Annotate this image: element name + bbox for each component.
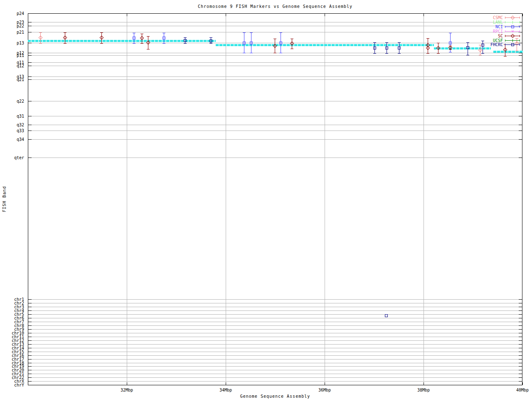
axis-tick-label: chrY: [0, 383, 24, 387]
legend-sample-cap: [505, 26, 505, 28]
gridline-y: [28, 318, 522, 318]
axis-tick: [519, 337, 522, 337]
error-bar-cap: [133, 43, 135, 44]
axis-tick: [28, 307, 32, 307]
legend-sample-cap: [520, 44, 520, 46]
axis-tick: [519, 13, 522, 14]
error-bar-cap: [140, 43, 143, 44]
axis-tick: [28, 158, 32, 158]
axis-tick: [519, 314, 522, 315]
axis-tick-label: p24: [0, 11, 24, 16]
axis-tick: [226, 382, 226, 385]
legend-label-RPCI: RPCI: [453, 29, 503, 34]
data-point-FHCRC: [184, 39, 187, 42]
legend-sample-cap: [505, 17, 505, 19]
axis-tick-label: q34: [0, 137, 24, 142]
gridline-y: [28, 381, 522, 382]
error-bar-cap: [39, 32, 42, 33]
axis-tick-label: 34Mbp: [211, 388, 240, 392]
gridline-y: [28, 344, 522, 345]
error-bar-cap: [515, 51, 518, 51]
axis-tick: [519, 377, 522, 378]
axis-tick: [424, 382, 424, 385]
error-bar-cap: [279, 53, 282, 53]
axis-tick-label: qter: [0, 155, 24, 160]
axis-tick: [519, 366, 522, 367]
error-bar-cap: [250, 53, 253, 53]
data-point-FHCRC: [373, 47, 376, 49]
legend-sample-cap: [520, 21, 520, 23]
axis-tick: [28, 314, 32, 315]
error-bar-cap: [243, 53, 246, 53]
axis-tick: [28, 337, 32, 337]
axis-tick: [28, 325, 32, 326]
axis-tick: [519, 66, 522, 66]
error-bar-cap: [279, 32, 282, 33]
axis-tick: [519, 385, 522, 385]
axis-tick: [28, 340, 32, 341]
axis-tick: [519, 158, 522, 158]
axis-tick: [28, 66, 32, 66]
gridline-y: [28, 363, 522, 363]
gridline-x: [127, 14, 127, 385]
axis-tick: [28, 26, 32, 26]
error-bar-cap: [479, 55, 482, 55]
error-bar-cap: [64, 32, 66, 33]
error-bar-cap: [273, 39, 276, 39]
axis-tick: [28, 310, 32, 311]
legend-sample-cap: [520, 30, 520, 32]
error-bar-cap: [437, 43, 440, 43]
error-bar-cap: [39, 43, 42, 44]
data-point-NCI: [243, 42, 246, 44]
error-bar-cap: [426, 53, 429, 54]
legend-sample-cap: [505, 39, 505, 42]
axis-tick: [519, 355, 522, 356]
axis-tick: [519, 318, 522, 318]
assembly-line-segment: [216, 44, 434, 46]
error-bar-cap: [209, 43, 212, 44]
axis-tick: [28, 299, 32, 300]
gridline-y: [28, 139, 522, 140]
error-bar-cap: [147, 36, 150, 37]
error-bar-cap: [243, 32, 246, 33]
axis-tick: [519, 307, 522, 307]
gridline-y: [28, 158, 522, 158]
axis-tick: [28, 344, 32, 345]
axis-tick: [28, 366, 32, 367]
gridline-y: [28, 370, 522, 370]
gridline-y: [28, 337, 522, 337]
error-bar-cap: [426, 38, 429, 39]
axis-tick: [519, 310, 522, 311]
gridline-y: [28, 116, 522, 116]
axis-tick: [424, 14, 424, 16]
legend-sample-cap: [505, 35, 505, 37]
gridline-y: [28, 355, 522, 356]
axis-tick-label: p13: [0, 41, 24, 45]
legend-label-FHCRC: FHCRC: [453, 42, 503, 47]
gridline-y: [28, 79, 522, 80]
axis-tick: [519, 299, 522, 300]
error-bar-cap: [273, 53, 276, 53]
error-bar-cap: [184, 37, 187, 38]
legend-sample-cap: [505, 30, 505, 32]
axis-tick: [522, 382, 523, 385]
gridline-y: [28, 131, 522, 131]
axis-tick-label: 36Mbp: [310, 388, 339, 392]
error-bar-cap: [250, 32, 253, 33]
gridline-y: [28, 314, 522, 315]
legend-label-NCI: NCI: [453, 25, 503, 29]
axis-tick: [28, 333, 32, 333]
error-bar-cap: [504, 56, 507, 57]
data-point-FHCRC: [385, 47, 388, 49]
error-bar-cap: [64, 43, 66, 44]
gridline-x: [325, 14, 325, 385]
axis-tick: [519, 62, 522, 63]
legend-sample-cap: [505, 21, 505, 23]
axis-tick: [519, 53, 522, 53]
axis-tick: [519, 329, 522, 330]
error-bar-cap: [466, 55, 469, 55]
legend-sample-cap: [520, 35, 520, 37]
axis-tick: [519, 352, 522, 352]
error-bar-cap: [437, 53, 440, 54]
error-bar-cap: [140, 34, 143, 34]
